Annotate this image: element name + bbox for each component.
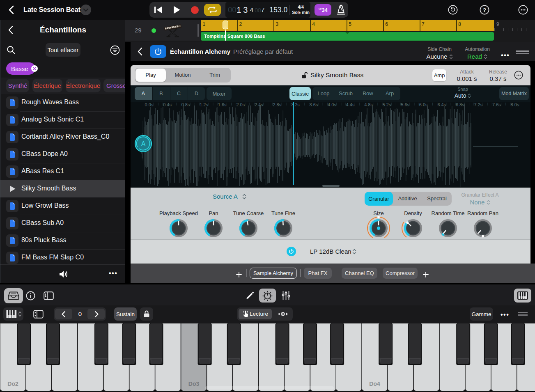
svg-text:A: A (141, 140, 146, 147)
svg-text:Do3: Do3 (188, 381, 200, 387)
svg-text:2.4s: 2.4s (255, 102, 263, 107)
svg-text:3.6s: 3.6s (310, 102, 318, 107)
svg-text:5.6s: 5.6s (401, 102, 409, 107)
svg-text:6.8s: 6.8s (456, 102, 464, 107)
svg-text:2.8s: 2.8s (273, 102, 281, 107)
svg-text:Do4: Do4 (369, 381, 380, 387)
svg-text:4.4s: 4.4s (346, 102, 355, 107)
svg-text:0.8s: 0.8s (181, 102, 190, 107)
svg-text:0.0s: 0.0s (145, 102, 154, 107)
svg-text:4.8s: 4.8s (364, 102, 373, 107)
svg-text:8.0s: 8.0s (511, 102, 519, 107)
svg-text:Do2: Do2 (7, 381, 18, 387)
svg-text:1.2s: 1.2s (200, 102, 208, 107)
svg-text:1.6s: 1.6s (218, 102, 227, 107)
svg-text:?: ? (483, 7, 486, 13)
svg-text:0.4s: 0.4s (163, 102, 172, 107)
svg-text:3.2s: 3.2s (291, 102, 300, 107)
svg-text:5.2s: 5.2s (383, 102, 391, 107)
svg-text:6.0s: 6.0s (419, 102, 428, 107)
svg-text:7.2s: 7.2s (474, 102, 483, 107)
svg-text:4.0s: 4.0s (328, 102, 336, 107)
svg-text:7.6s: 7.6s (492, 102, 501, 107)
svg-text:2.0s: 2.0s (236, 102, 245, 107)
